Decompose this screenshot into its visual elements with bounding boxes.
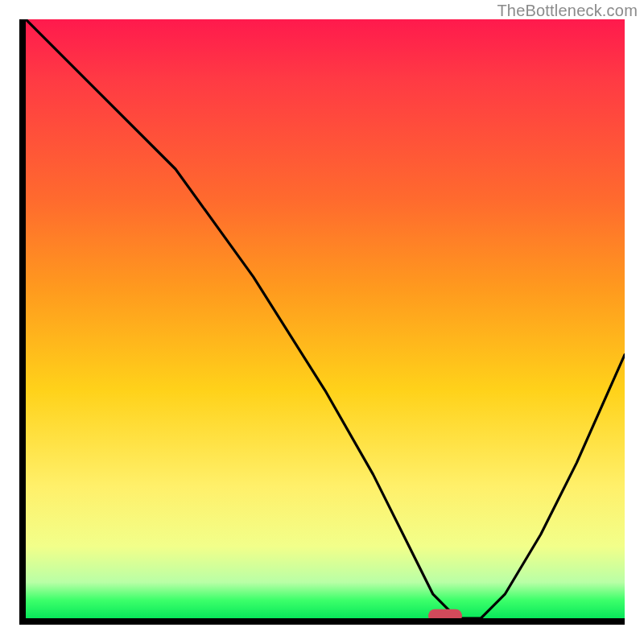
curve-svg <box>26 19 625 618</box>
optimum-marker <box>428 609 462 622</box>
bottleneck-curve <box>26 19 625 618</box>
plot-area <box>19 19 625 625</box>
watermark-text: TheBottleneck.com <box>497 2 638 20</box>
chart-container: TheBottleneck.com <box>0 0 644 644</box>
